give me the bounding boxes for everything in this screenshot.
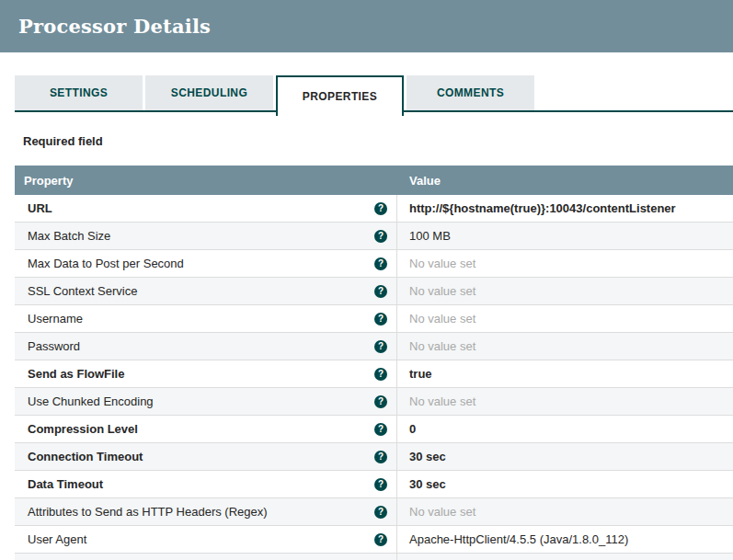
- property-row: User Agent?Apache-HttpClient/4.5.5 (Java…: [15, 526, 733, 554]
- dialog-title: Processor Details: [18, 15, 211, 38]
- value-cell: http://${hostname(true)}:10043/contentLi…: [397, 195, 733, 222]
- property-row: Attributes to Send as HTTP Headers (Rege…: [15, 498, 733, 526]
- property-name: Username: [28, 312, 83, 326]
- value-cell: No value set: [397, 305, 733, 332]
- property-cell: Send as FlowFile?: [15, 360, 397, 387]
- property-value: Apache-HttpClient/4.5.5 (Java/1.8.0_112): [409, 532, 628, 546]
- table-body: URL?http://${hostname(true)}:10043/conte…: [15, 195, 733, 554]
- property-name: Compression Level: [28, 422, 138, 436]
- dialog-header: Processor Details: [0, 0, 733, 52]
- property-cell: Use Chunked Encoding?: [15, 388, 397, 415]
- property-name: URL: [28, 201, 52, 215]
- tab-comments[interactable]: COMMENTS: [407, 75, 534, 110]
- help-icon[interactable]: ?: [374, 257, 387, 270]
- value-cell: No value set: [397, 278, 733, 304]
- value-cell: 30 sec: [397, 443, 733, 470]
- help-icon[interactable]: ?: [374, 313, 387, 326]
- property-value: No value set: [409, 339, 475, 353]
- help-icon[interactable]: ?: [374, 368, 387, 381]
- tab-scheduling[interactable]: SCHEDULING: [145, 75, 273, 110]
- help-icon[interactable]: ?: [374, 506, 387, 519]
- property-value: No value set: [409, 257, 475, 270]
- value-cell: 30 sec: [397, 471, 733, 497]
- property-value: 100 MB: [409, 229, 451, 243]
- property-name: Send as FlowFile: [28, 367, 124, 381]
- help-icon[interactable]: ?: [374, 230, 387, 243]
- property-name: User Agent: [28, 532, 86, 546]
- property-value: No value set: [409, 284, 475, 298]
- property-row: URL?http://${hostname(true)}:10043/conte…: [15, 195, 733, 223]
- property-value: 30 sec: [409, 477, 446, 491]
- property-cell: Max Data to Post per Second?: [15, 250, 397, 277]
- tab-settings[interactable]: SETTINGS: [15, 75, 143, 110]
- property-row: SSL Context Service?No value set: [15, 278, 733, 305]
- help-icon[interactable]: ?: [374, 202, 387, 215]
- value-cell: 0: [397, 416, 733, 442]
- property-cell: Compression Level?: [15, 416, 397, 442]
- property-cell: Username?: [15, 305, 397, 332]
- property-row: Password?No value set: [15, 333, 733, 360]
- help-icon[interactable]: ?: [374, 478, 387, 491]
- property-row: Max Batch Size?100 MB: [15, 223, 733, 250]
- property-cell: Attributes to Send as HTTP Headers (Rege…: [15, 498, 397, 525]
- partial-property-cell: [15, 554, 397, 560]
- value-cell: No value set: [397, 333, 733, 360]
- property-name: Data Timeout: [28, 477, 103, 491]
- table-header-row: Property Value: [15, 166, 733, 195]
- property-row: Send as FlowFile?true: [15, 360, 733, 388]
- property-cell: Data Timeout?: [15, 471, 397, 497]
- property-value: No value set: [409, 505, 475, 519]
- property-value: 30 sec: [409, 450, 446, 463]
- property-cell: User Agent?: [15, 526, 397, 553]
- property-cell: Connection Timeout?: [15, 443, 397, 470]
- table-row-partial: [15, 554, 733, 560]
- properties-table: Property Value URL?http://${hostname(tru…: [15, 166, 733, 560]
- property-row: Use Chunked Encoding?No value set: [15, 388, 733, 416]
- property-name: Max Batch Size: [28, 229, 110, 243]
- property-row: Data Timeout?30 sec: [15, 471, 733, 498]
- help-icon[interactable]: ?: [374, 451, 387, 463]
- value-column-header: Value: [397, 174, 733, 188]
- property-name: Connection Timeout: [28, 450, 143, 463]
- property-name: Attributes to Send as HTTP Headers (Rege…: [28, 505, 268, 519]
- value-cell: 100 MB: [397, 223, 733, 249]
- property-row: Username?No value set: [15, 305, 733, 333]
- value-cell: true: [397, 360, 733, 387]
- property-value: No value set: [409, 312, 475, 326]
- tab-properties[interactable]: PROPERTIES: [276, 75, 404, 116]
- property-value: No value set: [409, 394, 475, 408]
- value-cell: No value set: [397, 498, 733, 525]
- property-name: Max Data to Post per Second: [28, 257, 184, 270]
- help-icon[interactable]: ?: [374, 340, 387, 353]
- required-field-note: Required field: [23, 134, 733, 148]
- help-icon[interactable]: ?: [374, 533, 387, 546]
- property-name: SSL Context Service: [28, 284, 137, 298]
- value-cell: No value set: [397, 250, 733, 277]
- property-value: http://${hostname(true)}:10043/contentLi…: [409, 201, 676, 215]
- property-value: 0: [409, 422, 416, 436]
- property-cell: Password?: [15, 333, 397, 360]
- property-value: true: [409, 367, 432, 381]
- help-icon[interactable]: ?: [374, 285, 387, 298]
- property-name: Password: [28, 339, 80, 353]
- help-icon[interactable]: ?: [374, 423, 387, 436]
- property-row: Compression Level?0: [15, 416, 733, 443]
- property-cell: Max Batch Size?: [15, 223, 397, 249]
- value-cell: No value set: [397, 388, 733, 415]
- help-icon[interactable]: ?: [374, 395, 387, 408]
- property-column-header: Property: [15, 174, 397, 188]
- property-row: Connection Timeout?30 sec: [15, 443, 733, 471]
- tab-bar: SETTINGS SCHEDULING PROPERTIES COMMENTS: [15, 75, 733, 112]
- property-cell: URL?: [15, 195, 397, 222]
- property-row: Max Data to Post per Second?No value set: [15, 250, 733, 278]
- property-cell: SSL Context Service?: [15, 278, 397, 304]
- property-name: Use Chunked Encoding: [28, 394, 154, 408]
- value-cell: Apache-HttpClient/4.5.5 (Java/1.8.0_112): [397, 526, 733, 553]
